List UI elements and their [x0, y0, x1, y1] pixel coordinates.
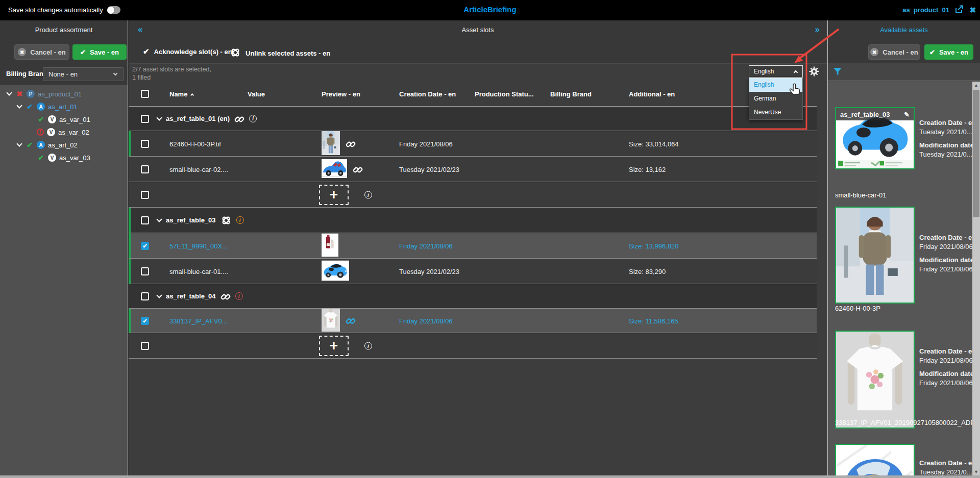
- language-option-English[interactable]: English: [749, 78, 802, 92]
- preview-thumbnail[interactable]: [322, 159, 347, 180]
- add-asset-button[interactable]: +: [319, 185, 349, 205]
- language-option-NeverUse[interactable]: NeverUse: [749, 106, 802, 119]
- column-header-3[interactable]: Creation Date - en: [399, 90, 456, 98]
- preview-cell: [322, 308, 356, 333]
- chevron-down-icon[interactable]: [156, 292, 162, 298]
- tree-item-as_art_01[interactable]: ✔Aas_art_01: [17, 100, 78, 113]
- row-checkbox[interactable]: [141, 216, 149, 224]
- acknowledge-slots-button[interactable]: ✔ Acknowledge slot(s) - en: [143, 47, 232, 56]
- link-icon: [346, 316, 356, 326]
- billing-brand-select[interactable]: None - en: [43, 67, 124, 81]
- left-cancel-label: Cancel - en: [30, 48, 65, 56]
- row-checkbox[interactable]: [141, 115, 149, 123]
- preview-thumbnail[interactable]: [322, 308, 340, 333]
- row-checkbox[interactable]: [141, 267, 149, 275]
- tree-item-as_product_01[interactable]: ✖Pas_product_01: [7, 88, 82, 100]
- left-save-label: Save - en: [90, 48, 119, 56]
- tree-item-as_var_03[interactable]: ✔Vas_var_03: [28, 152, 90, 164]
- left-cancel-button[interactable]: ✖ Cancel - en: [14, 44, 69, 60]
- available-assets-list: as_ref_table_03✎Creation Date - enTuesda…: [828, 82, 980, 475]
- preview-thumbnail[interactable]: [322, 233, 338, 258]
- gear-icon[interactable]: [809, 66, 819, 77]
- preview-thumbnail[interactable]: [322, 131, 340, 157]
- asset-row[interactable]: small-blue-car-01....Tuesday 2021/02/23S…: [129, 259, 817, 284]
- right-save-button[interactable]: ✔ Save - en: [924, 44, 973, 60]
- column-header-2[interactable]: Preview - en: [322, 90, 360, 98]
- asset-row[interactable]: ✔338137_IP_AFV0...Friday 2021/08/06Size:…: [129, 309, 817, 333]
- group-row[interactable]: as_ref_table_03i: [129, 208, 817, 233]
- group-row[interactable]: as_ref_table_04i: [129, 284, 817, 309]
- row-checkbox[interactable]: [141, 342, 149, 350]
- asset-card-image[interactable]: as_ref_table_03✎: [835, 107, 915, 169]
- scroll-up-icon[interactable]: ▲: [972, 82, 980, 89]
- row-checkbox[interactable]: ✔: [141, 242, 149, 250]
- filter-icon[interactable]: [833, 67, 842, 78]
- asset-row[interactable]: 62460-H-00-3P.tifFriday 2021/08/06Size: …: [129, 131, 817, 157]
- chevron-down-icon[interactable]: [6, 90, 12, 95]
- group-header-content: as_ref_table_04i: [157, 291, 243, 301]
- meta-value: Tuesday 2021/0...: [919, 468, 980, 475]
- meta-label: Modification date: [919, 141, 980, 150]
- status-icon-ok-green: ✔: [26, 141, 34, 149]
- meta-value: Friday 2021/08/06: [919, 242, 980, 251]
- meta-label: Modification date: [919, 256, 980, 265]
- plus-icon: +: [330, 339, 338, 353]
- row-checkbox[interactable]: [141, 165, 149, 173]
- column-header-1[interactable]: Value: [248, 90, 265, 98]
- language-option-German[interactable]: German: [749, 92, 802, 106]
- tree-item-as_art_02[interactable]: ✔Aas_art_02: [17, 139, 78, 151]
- row-checkbox[interactable]: [141, 292, 149, 300]
- share-icon[interactable]: [955, 5, 964, 15]
- filled-slot-indicator: [129, 259, 131, 284]
- chevron-down-icon[interactable]: [156, 216, 162, 222]
- tree-item-label: as_art_01: [48, 103, 78, 111]
- collapse-right-icon[interactable]: »: [815, 24, 820, 35]
- chevron-down-icon[interactable]: [156, 115, 162, 120]
- close-icon[interactable]: ✖: [969, 6, 976, 15]
- meta-label: Creation Date - en: [919, 459, 980, 468]
- meta-value: Tuesday 2021/0...: [919, 128, 980, 137]
- filled-slot-indicator: [129, 208, 131, 233]
- add-asset-button[interactable]: +: [319, 336, 349, 356]
- pencil-icon[interactable]: ✎: [904, 111, 910, 118]
- creation-date: Tuesday 2021/02/23: [399, 267, 459, 275]
- unlink-icon: [230, 47, 241, 60]
- filled-slot-indicator: [129, 131, 131, 156]
- group-name: as_ref_table_04: [166, 292, 216, 300]
- chevron-down-icon[interactable]: [16, 141, 22, 146]
- add-slot-row[interactable]: +i: [129, 333, 817, 359]
- tree-item-as_var_01[interactable]: ✔Vas_var_01: [28, 113, 90, 125]
- asset-card-image[interactable]: [835, 331, 915, 429]
- asset-row[interactable]: ✔57E11_9990_00X...Friday 2021/08/06Size:…: [129, 233, 817, 259]
- right-scrollbar[interactable]: ▲ ▼: [972, 82, 980, 475]
- scrollbar-thumb[interactable]: [973, 90, 979, 217]
- asset-card-caption: 338137_IP_AFV01_20190927105800022_ADP...: [835, 419, 980, 426]
- row-checkbox[interactable]: [141, 191, 149, 199]
- chevron-down-icon[interactable]: [16, 103, 22, 108]
- chevron-up-icon: [794, 70, 798, 74]
- column-header-4[interactable]: Production Statu...: [475, 90, 534, 98]
- preview-thumbnail[interactable]: [322, 260, 349, 282]
- row-checkbox[interactable]: [141, 140, 149, 148]
- column-header-6[interactable]: Additional - en: [629, 90, 675, 98]
- left-save-button[interactable]: ✔ Save - en: [72, 44, 127, 60]
- add-slot-row[interactable]: +i: [129, 182, 817, 208]
- tree-item-as_var_02[interactable]: !Vas_var_02: [28, 126, 89, 138]
- column-header-0[interactable]: Name: [169, 90, 193, 98]
- row-checkbox[interactable]: ✔: [141, 317, 149, 325]
- asset-name: 338137_IP_AFV0...: [169, 317, 227, 324]
- info-icon: i: [364, 342, 372, 349]
- right-cancel-button[interactable]: ✖ Cancel - en: [868, 44, 920, 60]
- language-select[interactable]: English: [749, 65, 803, 78]
- asset-row[interactable]: small-blue-car-02....Tuesday 2021/02/23S…: [129, 157, 817, 182]
- column-header-5[interactable]: Billing Brand: [550, 90, 592, 98]
- link-icon: [234, 114, 244, 124]
- asset-card-image[interactable]: [835, 207, 915, 304]
- unlink-assets-button[interactable]: Unlink selected assets - en: [230, 47, 330, 60]
- link-icon: [220, 291, 231, 301]
- group-row[interactable]: as_ref_table_01 (en)i: [129, 107, 817, 131]
- scroll-down-icon[interactable]: ▼: [972, 468, 980, 475]
- asset-card-image[interactable]: [835, 444, 915, 475]
- select-all-checkbox[interactable]: [141, 90, 149, 98]
- chevron-down-icon: [113, 71, 117, 75]
